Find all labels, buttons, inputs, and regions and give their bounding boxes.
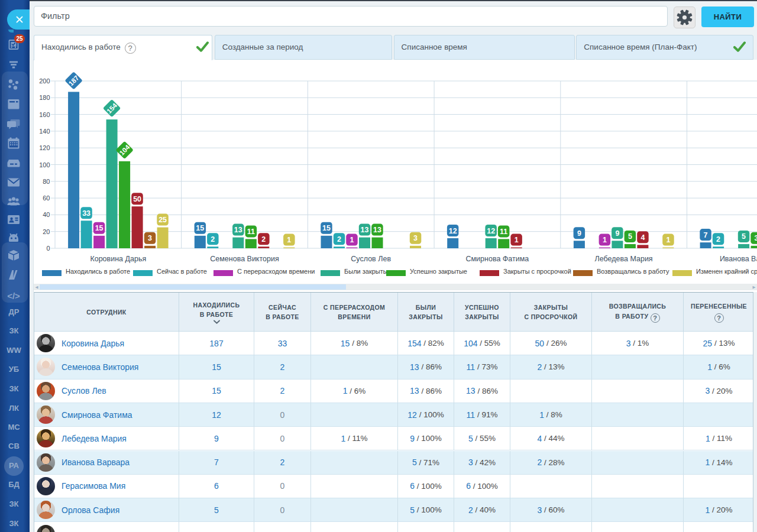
svg-text:1: 1	[603, 236, 607, 244]
svg-text:Смирнова Фатима: Смирнова Фатима	[466, 255, 529, 263]
svg-text:100: 100	[39, 161, 50, 168]
svg-text:13: 13	[373, 226, 381, 234]
svg-text:3: 3	[148, 234, 152, 242]
svg-text:7: 7	[704, 231, 708, 239]
svg-text:13: 13	[361, 226, 369, 234]
svg-text:13: 13	[234, 226, 242, 234]
svg-text:12: 12	[487, 227, 495, 235]
svg-text:120: 120	[39, 144, 50, 151]
svg-text:180: 180	[39, 94, 50, 101]
svg-text:187: 187	[67, 74, 80, 87]
svg-text:1: 1	[287, 236, 291, 244]
svg-text:50: 50	[133, 195, 141, 203]
svg-text:40: 40	[43, 211, 50, 218]
svg-text:2: 2	[716, 235, 720, 244]
svg-text:1: 1	[350, 236, 354, 244]
svg-text:15: 15	[95, 224, 103, 232]
svg-text:3: 3	[755, 234, 757, 242]
svg-text:2: 2	[211, 235, 215, 244]
svg-text:Семенова Виктория: Семенова Виктория	[210, 255, 279, 263]
svg-text:154: 154	[105, 102, 118, 115]
svg-text:11: 11	[247, 228, 255, 236]
svg-text:12: 12	[449, 227, 457, 235]
svg-text:25: 25	[158, 216, 167, 224]
svg-text:Коровина Дарья: Коровина Дарья	[90, 255, 146, 263]
svg-text:Лебедева Мария: Лебедева Мария	[595, 255, 653, 263]
svg-text:15: 15	[196, 224, 204, 232]
svg-text:0: 0	[46, 245, 50, 252]
svg-text:33: 33	[82, 209, 90, 218]
svg-text:160: 160	[39, 111, 50, 118]
svg-text:</>: </>	[7, 291, 20, 301]
svg-text:11: 11	[500, 228, 507, 236]
svg-text:Суслов Лев: Суслов Лев	[351, 255, 391, 263]
svg-text:200: 200	[39, 77, 50, 85]
svg-text:9: 9	[577, 229, 581, 238]
svg-text:2: 2	[337, 235, 341, 244]
svg-text:4: 4	[640, 233, 645, 242]
svg-text:1: 1	[515, 236, 519, 244]
svg-text:80: 80	[43, 178, 50, 185]
svg-text:2: 2	[261, 235, 266, 244]
svg-text:1: 1	[666, 236, 670, 244]
svg-text:20: 20	[43, 228, 50, 235]
svg-text:5: 5	[742, 232, 746, 241]
svg-text:5: 5	[628, 232, 632, 241]
svg-text:15: 15	[322, 224, 331, 232]
svg-text:9: 9	[615, 229, 619, 238]
svg-text:60: 60	[43, 194, 50, 202]
svg-text:Иванова Варвара: Иванова Варвара	[720, 255, 757, 263]
svg-text:3: 3	[413, 234, 418, 242]
svg-text:140: 140	[39, 128, 50, 135]
svg-text:104: 104	[118, 143, 131, 156]
